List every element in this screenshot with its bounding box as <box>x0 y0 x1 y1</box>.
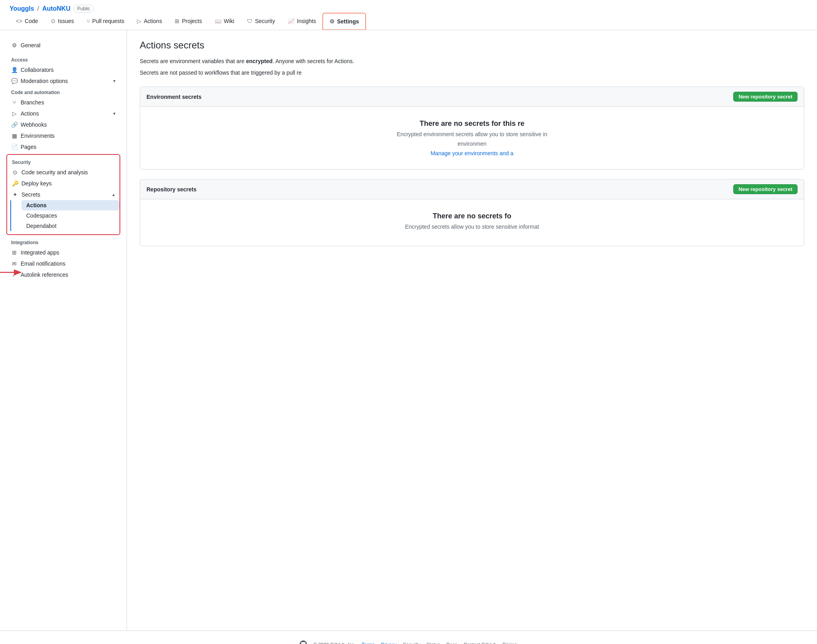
moderation-chevron-icon: ▾ <box>113 78 116 84</box>
footer-contact-link[interactable]: Contact GitHub <box>464 642 496 644</box>
footer-copyright: © 2022 GitHub, Inc. <box>313 642 355 644</box>
autolink-icon: ↗ <box>11 272 17 278</box>
email-notifications-icon: ✉ <box>11 260 17 267</box>
repo-separator: / <box>37 5 39 12</box>
actions-nav-icon: ▷ <box>137 18 141 24</box>
sidebar-item-collaborators[interactable]: 👤 Collaborators <box>6 64 120 75</box>
page-title: Actions secrets <box>140 40 804 51</box>
repo-badge: Public <box>73 5 94 13</box>
pages-icon: 📄 <box>11 144 17 150</box>
insights-icon: 📈 <box>288 18 295 24</box>
repo-name[interactable]: AutoNKU <box>42 5 70 12</box>
projects-icon: ⊞ <box>175 18 179 24</box>
tab-issues[interactable]: ⊙ Issues <box>44 13 80 30</box>
env-secrets-empty-desc: Encrypted environment secrets allow you … <box>146 131 798 137</box>
sidebar-general-label: General <box>21 42 40 48</box>
pull-requests-icon: ⑂ <box>87 18 90 24</box>
security-nav-icon: 🛡 <box>247 18 252 24</box>
secrets-icon: ✦ <box>12 191 18 198</box>
env-secrets-section: Environment secrets New repository secre… <box>140 87 804 170</box>
new-repo-secret-button[interactable]: New repository secret <box>733 184 798 194</box>
sidebar-item-autolink[interactable]: ↗ Autolink references <box>6 269 120 280</box>
moderation-icon: 💬 <box>11 78 17 84</box>
integrated-apps-icon: ⊞ <box>11 249 17 256</box>
sidebar-section-access: Access 👤 Collaborators 💬 Moderation opti… <box>6 54 120 87</box>
sidebar-item-actions[interactable]: ▷ Actions ▾ <box>6 108 120 119</box>
repo-secrets-empty: There are no secrets fo Encrypted secret… <box>140 199 804 246</box>
issues-icon: ⊙ <box>51 18 56 24</box>
branches-icon: ⑂ <box>11 99 17 106</box>
integrations-section-label: Integrations <box>6 237 120 247</box>
env-secrets-empty: There are no secrets for this re Encrypt… <box>140 107 804 169</box>
env-secrets-empty-desc2: environmen <box>146 141 798 147</box>
secrets-sub-menu: Actions Codespaces Dependabot <box>7 200 119 231</box>
env-secrets-title: Environment secrets <box>146 94 202 100</box>
tab-projects[interactable]: ⊞ Projects <box>168 13 208 30</box>
sidebar-item-webhooks[interactable]: 🔗 Webhooks <box>6 119 120 130</box>
manage-environments-link[interactable]: Manage your environments and a <box>431 150 514 156</box>
webhooks-icon: 🔗 <box>11 121 17 128</box>
code-security-icon: ⊙ <box>12 169 18 175</box>
secrets-chevron-icon: ▴ <box>112 192 115 197</box>
sidebar-sub-item-actions[interactable]: Actions <box>21 200 119 210</box>
tab-settings[interactable]: ⚙ Settings <box>322 13 366 30</box>
description-text-1: Secrets are environment variables that a… <box>140 57 804 66</box>
sidebar: ⚙ General Access 👤 Collaborators 💬 Moder… <box>0 30 127 631</box>
environments-icon: ▦ <box>11 133 17 139</box>
nav-tabs: <> Code ⊙ Issues ⑂ Pull requests ▷ Actio… <box>0 13 817 30</box>
footer-terms-link[interactable]: Terms <box>362 642 375 644</box>
repo-org[interactable]: Youggls <box>10 5 34 12</box>
sidebar-item-general[interactable]: ⚙ General <box>6 40 120 51</box>
secrets-active-indicator <box>10 200 11 231</box>
env-secrets-header: Environment secrets New repository secre… <box>140 87 804 107</box>
footer-status-link[interactable]: Status <box>426 642 440 644</box>
general-icon: ⚙ <box>11 42 17 48</box>
sidebar-item-pages[interactable]: 📄 Pages <box>6 141 120 152</box>
repo-secrets-section: Repository secrets New repository secret… <box>140 179 804 246</box>
sidebar-sub-item-codespaces[interactable]: Codespaces <box>21 210 119 221</box>
repo-header: Youggls / AutoNKU Public <box>0 0 817 13</box>
sidebar-item-deploy-keys[interactable]: 🔑 Deploy keys <box>7 178 119 189</box>
deploy-keys-icon: 🔑 <box>12 180 18 187</box>
sidebar-section-integrations: Integrations ⊞ Integrated apps ✉ Email n… <box>6 237 120 280</box>
repo-secrets-header: Repository secrets New repository secret <box>140 179 804 199</box>
wiki-icon: 📖 <box>215 18 222 24</box>
collaborators-icon: 👤 <box>11 67 17 73</box>
repo-secrets-empty-desc: Encrypted secrets allow you to store sen… <box>146 224 798 230</box>
description-text-2: Secrets are not passed to workflows that… <box>140 69 804 77</box>
security-section-label: Security <box>7 158 119 167</box>
code-icon: <> <box>16 18 22 24</box>
actions-sidebar-icon: ▷ <box>11 110 17 117</box>
tab-actions[interactable]: ▷ Actions <box>131 13 168 30</box>
footer-github-icon <box>300 640 307 644</box>
new-env-secret-button[interactable]: New repository secret <box>733 92 798 102</box>
code-automation-section-label: Code and automation <box>6 87 120 97</box>
sidebar-item-secrets[interactable]: ✦ Secrets ▴ <box>7 189 119 200</box>
footer-pricing-link[interactable]: Pricing <box>503 642 517 644</box>
actions-chevron-icon: ▾ <box>113 111 116 116</box>
tab-code[interactable]: <> Code <box>10 13 44 30</box>
tab-pull-requests[interactable]: ⑂ Pull requests <box>80 13 131 30</box>
env-secrets-empty-title: There are no secrets for this re <box>146 120 798 128</box>
repo-secrets-title: Repository secrets <box>146 186 197 193</box>
footer-privacy-link[interactable]: Privacy <box>381 642 397 644</box>
content-area: Actions secrets Secrets are environment … <box>127 30 817 631</box>
sidebar-item-branches[interactable]: ⑂ Branches <box>6 97 120 108</box>
sidebar-section-security-box: Security ⊙ Code security and analysis 🔑 … <box>6 154 120 235</box>
tab-wiki[interactable]: 📖 Wiki <box>208 13 241 30</box>
sidebar-item-moderation[interactable]: 💬 Moderation options ▾ <box>6 75 120 87</box>
settings-icon: ⚙ <box>329 18 335 25</box>
sidebar-item-code-security[interactable]: ⊙ Code security and analysis <box>7 167 119 178</box>
access-section-label: Access <box>6 54 120 64</box>
sidebar-item-integrated-apps[interactable]: ⊞ Integrated apps <box>6 247 120 258</box>
main-container: ⚙ General Access 👤 Collaborators 💬 Moder… <box>0 30 817 631</box>
footer-security-link[interactable]: Security <box>403 642 420 644</box>
tab-insights[interactable]: 📈 Insights <box>281 13 322 30</box>
sidebar-item-email-notifications[interactable]: ✉ Email notifications <box>6 258 120 269</box>
footer-docs-link[interactable]: Docs <box>446 642 457 644</box>
tab-security[interactable]: 🛡 Security <box>241 13 281 30</box>
sidebar-item-environments[interactable]: ▦ Environments <box>6 130 120 141</box>
sidebar-sub-item-dependabot[interactable]: Dependabot <box>21 221 119 231</box>
sidebar-section-code-automation: Code and automation ⑂ Branches ▷ Actions… <box>6 87 120 152</box>
footer: © 2022 GitHub, Inc. Terms Privacy Securi… <box>0 631 817 644</box>
